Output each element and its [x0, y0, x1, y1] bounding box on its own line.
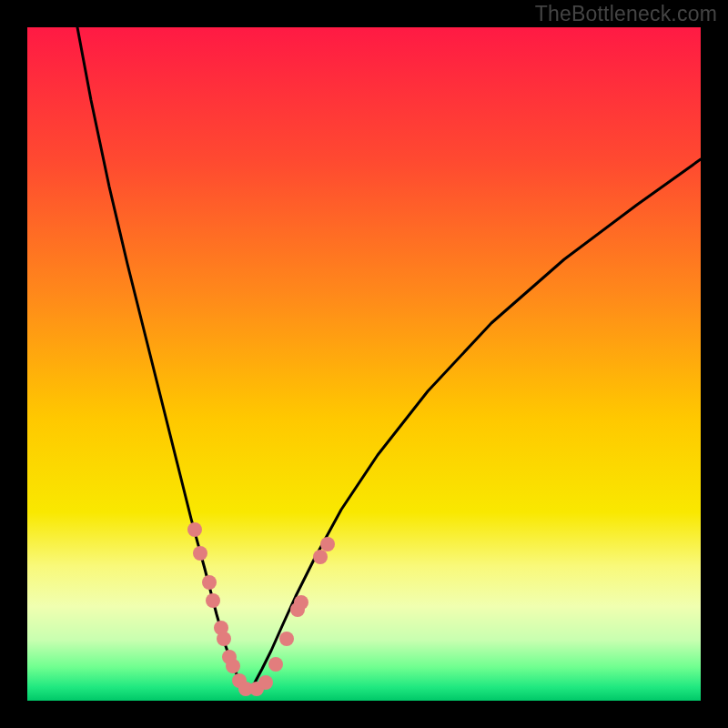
data-point — [294, 595, 308, 610]
data-point — [206, 593, 220, 608]
chart-svg — [27, 27, 701, 701]
plot-area — [27, 27, 701, 701]
data-point — [268, 657, 283, 672]
data-point — [313, 550, 328, 564]
data-point — [202, 575, 217, 590]
line-series-group — [77, 27, 701, 692]
data-point — [217, 632, 231, 646]
curve-right-curve — [248, 159, 701, 692]
data-point — [193, 546, 207, 561]
chart-frame: TheBottleneck.com — [0, 0, 728, 728]
data-point — [258, 675, 273, 690]
data-point — [279, 632, 294, 646]
watermark-text: TheBottleneck.com — [535, 2, 717, 26]
data-point — [187, 522, 202, 537]
curve-left-curve — [77, 27, 248, 692]
data-point — [226, 659, 240, 673]
data-point — [320, 537, 335, 551]
